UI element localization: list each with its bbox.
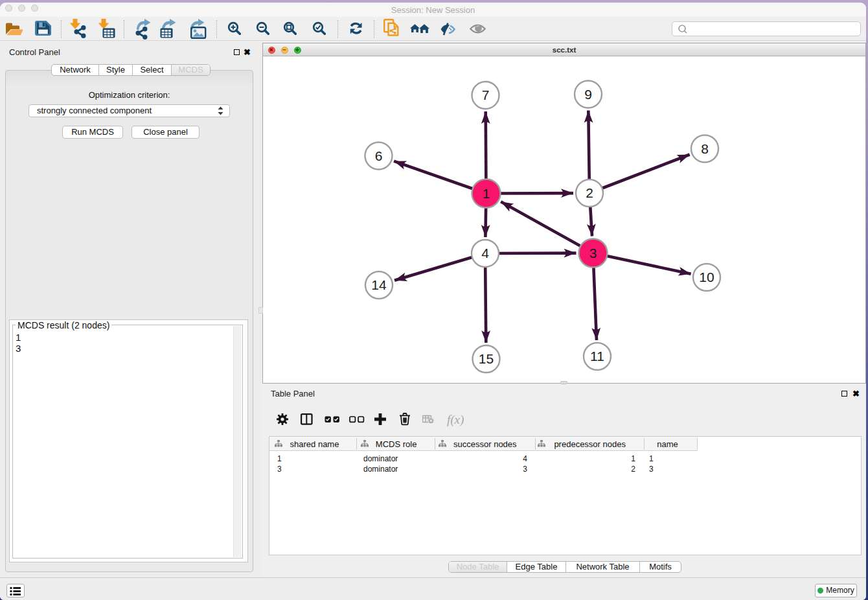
svg-text:11: 11: [590, 349, 604, 363]
svg-text:9: 9: [584, 87, 592, 102]
svg-text:1: 1: [483, 186, 490, 201]
svg-text:15: 15: [479, 351, 494, 366]
svg-text:10: 10: [699, 270, 714, 284]
svg-text:7: 7: [482, 87, 490, 102]
svg-text:6: 6: [375, 148, 383, 163]
svg-text:14: 14: [371, 277, 387, 292]
svg-text:3: 3: [589, 246, 597, 260]
svg-text:8: 8: [701, 141, 709, 156]
svg-text:4: 4: [481, 246, 489, 260]
svg-text:2: 2: [586, 185, 593, 200]
